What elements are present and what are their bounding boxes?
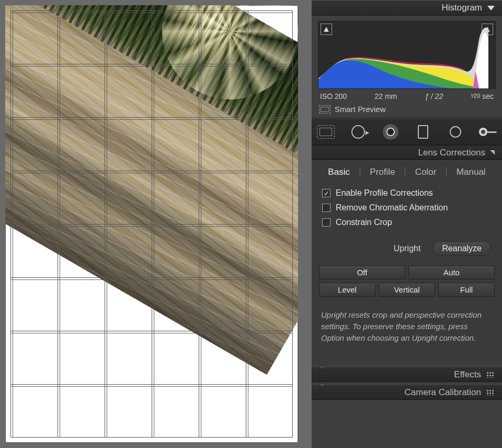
develop-side-panel: Histogram [312,0,502,448]
camera-calibration-header[interactable]: Camera Calibration [312,385,502,400]
tab-profile[interactable]: Profile [366,167,399,177]
radial-filter-icon[interactable] [447,123,464,141]
histogram-svg [318,21,488,88]
tool-strip [312,118,502,145]
upright-row-2: Level Vertical Full [319,283,495,297]
upright-level[interactable]: Level [319,283,375,297]
exif-row: ISO 200 22 mm ƒ / 22 ¹⁄20 sec [318,89,496,102]
tab-color[interactable]: Color [411,167,441,177]
lens-corrections-header[interactable]: Lens Corrections [312,145,502,160]
reanalyze-button[interactable]: Reanalyze [433,241,490,256]
preview-pane [0,0,312,448]
checkbox-icon [322,218,330,227]
upright-full[interactable]: Full [438,283,495,297]
smart-preview-label: Smart Preview [335,105,386,114]
redeye-tool-icon[interactable] [382,123,400,141]
collapsed-icon [486,389,495,396]
upright-row: Upright Reanalyze [319,235,495,265]
effects-title: Effects [454,369,481,380]
lens-checkboxes: Enable Profile Corrections Remove Chroma… [319,184,495,235]
lens-corrections-title: Lens Corrections [418,148,485,158]
upright-label: Upright [394,244,421,253]
spot-tool-icon[interactable] [349,123,367,141]
check-remove-ca[interactable]: Remove Chromatic Aberration [322,200,492,215]
panel-toggle-calibration[interactable] [319,382,495,385]
lens-tabs: Basic Profile Color Manual [319,161,495,184]
upright-vertical[interactable]: Vertical [379,283,435,297]
histogram-title: Histogram [442,3,482,13]
lens-corrections-body: Basic Profile Color Manual Enable Profil… [312,160,502,364]
histogram-header[interactable]: Histogram [312,0,502,16]
upright-auto[interactable]: Auto [408,265,495,279]
checkbox-icon [322,189,330,197]
collapse-icon [487,6,495,10]
upright-row-1: Off Auto [319,265,495,279]
brush-tool-icon[interactable] [479,123,497,141]
exif-focal: 22 mm [374,92,397,100]
smart-preview-icon [319,105,330,114]
camera-calibration-title: Camera Calibration [405,387,481,398]
collapsed-icon [486,372,495,378]
check-constrain-crop[interactable]: Constrain Crop [322,215,492,230]
panel-toggle-effects[interactable] [319,364,495,367]
crop-tool-icon[interactable] [317,125,335,139]
crop-canvas[interactable] [5,5,298,443]
exif-shutter: ¹⁄20 sec [471,92,494,100]
expand-icon [490,150,495,155]
exif-iso: ISO 200 [320,92,347,100]
smart-preview-row[interactable]: Smart Preview [318,102,496,115]
histogram-section: ISO 200 22 mm ƒ / 22 ¹⁄20 sec Smart Prev… [312,16,502,118]
histogram-chart[interactable] [318,21,496,89]
checkbox-icon [322,204,330,212]
tab-basic[interactable]: Basic [324,167,354,177]
upright-off[interactable]: Off [319,265,405,279]
check-enable-profile[interactable]: Enable Profile Corrections [322,186,492,200]
effects-header[interactable]: Effects [312,367,502,382]
tab-manual[interactable]: Manual [452,167,490,177]
upright-hint: Upright resets crop and perspective corr… [319,300,495,364]
exif-aperture: ƒ / 22 [425,92,443,100]
grad-filter-icon[interactable] [414,123,432,141]
